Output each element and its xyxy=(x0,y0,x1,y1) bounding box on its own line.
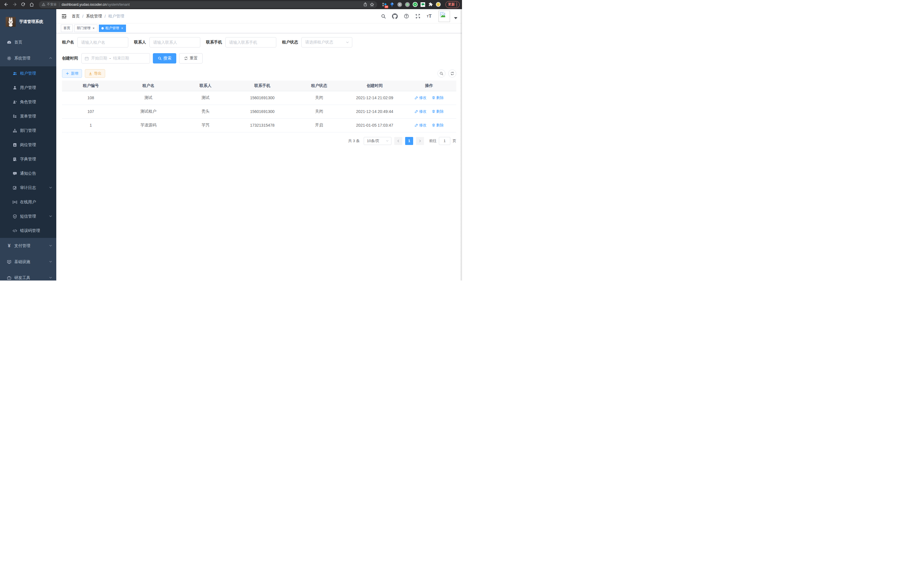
chevron-down-icon xyxy=(49,214,52,219)
export-button[interactable]: 导出 xyxy=(85,69,105,78)
id-badge-icon xyxy=(13,143,17,147)
tenant-name-input[interactable] xyxy=(77,37,128,47)
date-range-picker[interactable]: 开始日期 - 结束日期 xyxy=(81,53,150,63)
log-edit-icon xyxy=(13,186,17,190)
prev-page-button[interactable] xyxy=(394,137,402,145)
extension-chat[interactable] xyxy=(420,2,425,7)
goto-page-input[interactable] xyxy=(439,137,450,145)
browser-home-button[interactable] xyxy=(28,1,35,8)
tab-close-icon[interactable]: × xyxy=(92,27,95,30)
share-button[interactable] xyxy=(363,2,368,7)
extension-tabs-badge[interactable]: 10 xyxy=(382,2,387,7)
site-security-indicator[interactable]: 不安全 xyxy=(42,2,57,7)
header-search-button[interactable] xyxy=(380,13,387,20)
font-size-button[interactable]: TT xyxy=(426,13,432,20)
delete-link[interactable]: 删除 xyxy=(432,123,444,128)
fullscreen-button[interactable] xyxy=(415,13,421,20)
sidebar-item-notice[interactable]: 通知公告 xyxy=(0,166,56,181)
sidebar-item-sms[interactable]: 短信管理 xyxy=(0,209,56,224)
next-page-button[interactable] xyxy=(416,137,424,145)
sidebar-item-audit-log[interactable]: 审计日志 xyxy=(0,181,56,195)
edit-link[interactable]: 修改 xyxy=(415,123,427,128)
refresh-table-button[interactable] xyxy=(448,69,456,77)
tab-tenant[interactable]: 租户管理 × xyxy=(99,25,126,32)
dashboard-icon xyxy=(7,40,11,45)
tab-home[interactable]: 首页 xyxy=(61,25,73,32)
table-toolbar: 新增 导出 xyxy=(62,69,456,78)
sidebar-collapse-button[interactable] xyxy=(61,13,67,20)
breadcrumb-system[interactable]: 系统管理 xyxy=(86,14,102,19)
sidebar-item-user[interactable]: 用户管理 xyxy=(0,81,56,95)
tab-close-icon[interactable]: × xyxy=(121,27,123,30)
browser-back-button[interactable] xyxy=(2,1,10,8)
cell-status: 开启 xyxy=(291,118,347,132)
back-arrow-icon xyxy=(4,2,9,7)
page-size-select[interactable]: 10条/页 xyxy=(364,137,392,145)
mobile-input[interactable] xyxy=(225,37,276,47)
cell-tenant-id: 1 xyxy=(62,118,119,132)
extension-yudao[interactable]: Y xyxy=(412,2,418,7)
browser-reload-button[interactable] xyxy=(20,1,27,8)
sidebar-item-label: 研发工具 xyxy=(14,275,49,281)
breadcrumb-home[interactable]: 首页 xyxy=(72,14,80,19)
sidebar-item-infra[interactable]: 基础设施 xyxy=(0,254,56,270)
app-title: 芋道管理系统 xyxy=(19,19,43,24)
sidebar-item-label: 短信管理 xyxy=(20,214,49,219)
navbar-actions: TT xyxy=(380,11,458,22)
sidebar-item-error-code[interactable]: 错误码管理 xyxy=(0,224,56,238)
reset-button[interactable]: 重置 xyxy=(179,53,202,63)
sidebar-item-role[interactable]: 角色管理 xyxy=(0,95,56,109)
sidebar-item-dev-tools[interactable]: 研发工具 xyxy=(0,270,56,281)
warning-triangle-icon xyxy=(42,3,45,6)
help-button[interactable] xyxy=(403,13,410,20)
extension-badge-count: 10 xyxy=(385,5,388,8)
extension-green-dot[interactable] xyxy=(405,2,410,7)
extension-puzzle[interactable] xyxy=(428,2,433,7)
dictionary-icon xyxy=(13,157,17,162)
org-tree-icon xyxy=(13,128,17,133)
edit-pencil-icon xyxy=(415,96,418,99)
chevron-down-icon xyxy=(386,139,389,142)
app-logo xyxy=(6,17,16,27)
add-button-label: 新增 xyxy=(71,71,78,76)
sidebar-item-label: 部门管理 xyxy=(20,128,52,133)
sidebar-item-tenant[interactable]: 租户管理 xyxy=(0,66,56,81)
sidebar-item-dict[interactable]: 字典管理 xyxy=(0,152,56,166)
extension-kite[interactable] xyxy=(389,2,394,7)
pagination-goto: 前往 页 xyxy=(429,137,456,145)
contact-input[interactable] xyxy=(149,37,200,47)
address-bar[interactable]: 不安全 dashboard.yudao.iocoder.cn/system/te… xyxy=(39,1,377,8)
sidebar-item-post[interactable]: 岗位管理 xyxy=(0,138,56,152)
sidebar-item-online-user[interactable]: 在线用户 xyxy=(0,195,56,209)
cell-tenant-name: 测试 xyxy=(119,91,177,105)
bookmark-star-button[interactable] xyxy=(370,2,374,7)
browser-forward-button[interactable] xyxy=(11,1,18,8)
table-row: 1 芋道源码 芋艿 17321315478 开启 2021-01-05 17:0… xyxy=(62,118,456,132)
sidebar-item-pay[interactable]: ¥ 支付管理 xyxy=(0,238,56,254)
extension-avatar-emoji[interactable] xyxy=(436,2,441,7)
extension-command[interactable]: ⌘ xyxy=(397,2,402,7)
mobile-label: 联系手机 xyxy=(206,40,222,45)
browser-update-button[interactable]: 更新 xyxy=(446,1,460,8)
cell-created: 2021-12-14 21:02:09 xyxy=(347,91,402,105)
sidebar-item-system[interactable]: 系统管理 xyxy=(0,50,56,66)
sidebar-item-menu[interactable]: 菜单管理 xyxy=(0,109,56,123)
user-avatar-area[interactable] xyxy=(439,11,458,22)
mobile-field xyxy=(225,37,276,47)
page-number-1[interactable]: 1 xyxy=(405,137,413,145)
toggle-search-button[interactable] xyxy=(437,69,446,77)
sidebar-item-label: 在线用户 xyxy=(20,200,52,205)
edit-link[interactable]: 修改 xyxy=(415,95,427,100)
tab-dept[interactable]: 部门管理 × xyxy=(74,25,98,32)
edit-link[interactable]: 修改 xyxy=(415,109,427,114)
github-link-button[interactable] xyxy=(392,13,398,20)
app-logo-row[interactable]: 芋道管理系统 xyxy=(0,9,56,34)
cell-tenant-id: 107 xyxy=(62,105,119,118)
delete-link[interactable]: 删除 xyxy=(432,95,444,100)
delete-link[interactable]: 删除 xyxy=(432,109,444,114)
sidebar-item-home[interactable]: 首页 xyxy=(0,34,56,50)
sidebar-item-dept[interactable]: 部门管理 xyxy=(0,123,56,138)
status-select[interactable]: 请选择租户状态 xyxy=(302,37,352,47)
search-button[interactable]: 搜索 xyxy=(153,53,176,63)
add-button[interactable]: 新增 xyxy=(62,69,82,78)
